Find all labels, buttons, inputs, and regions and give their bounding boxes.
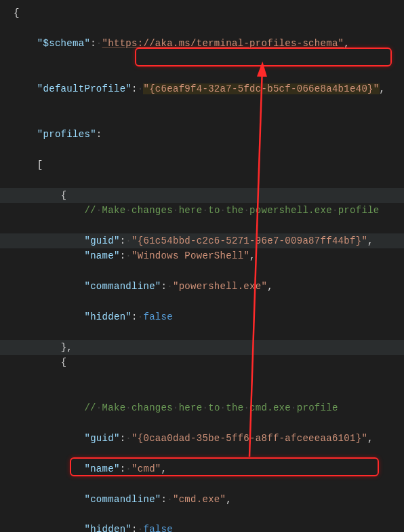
guid-value: "{61c54bbd-c2c6-5271-96e7-009a87ff44bf}" — [132, 235, 367, 246]
comment: //·Make·changes·here·to·the·cmd.exe·prof… — [84, 402, 338, 413]
hidden-value: false — [143, 524, 173, 532]
key-schema: "$schema" — [37, 38, 90, 49]
guid-value: "{0caa0dad-35be-5ff6-a8ff-afceeeaa6101}" — [132, 433, 367, 444]
hidden-value: false — [143, 311, 173, 322]
key-profiles: "profiles" — [37, 129, 96, 140]
key-guid: "guid" — [84, 235, 119, 246]
json-editor[interactable]: { "$schema":·"https://aka.ms/terminal-pr… — [0, 0, 404, 532]
key-default-profile: "defaultProfile" — [37, 83, 132, 94]
schema-url[interactable]: "https://aka.ms/terminal-profiles-schema… — [102, 38, 344, 49]
name-value: "cmd" — [132, 463, 161, 474]
commandline-value: "powershell.exe" — [173, 281, 267, 292]
profile-item-close: }, — [61, 342, 73, 353]
key-commandline: "commandline" — [84, 281, 161, 292]
key-commandline: "commandline" — [84, 494, 161, 505]
default-profile-value: "{c6eaf9f4-32a7-5fdc-b5cf-066e8a4b1e40}" — [143, 83, 379, 94]
key-hidden: "hidden" — [84, 524, 132, 532]
name-value: "Windows PowerShell" — [132, 250, 249, 261]
profile-item-open: { — [61, 357, 67, 368]
profile-item-open: { — [61, 190, 67, 201]
brace-open: { — [14, 7, 20, 18]
key-hidden: "hidden" — [84, 311, 132, 322]
key-guid: "guid" — [84, 433, 119, 444]
bracket-open: [ — [37, 159, 43, 170]
key-name: "name" — [84, 250, 119, 261]
comment: //·Make·changes·here·to·the·powershell.e… — [84, 205, 379, 216]
key-name: "name" — [84, 463, 119, 474]
commandline-value: "cmd.exe" — [173, 494, 226, 505]
